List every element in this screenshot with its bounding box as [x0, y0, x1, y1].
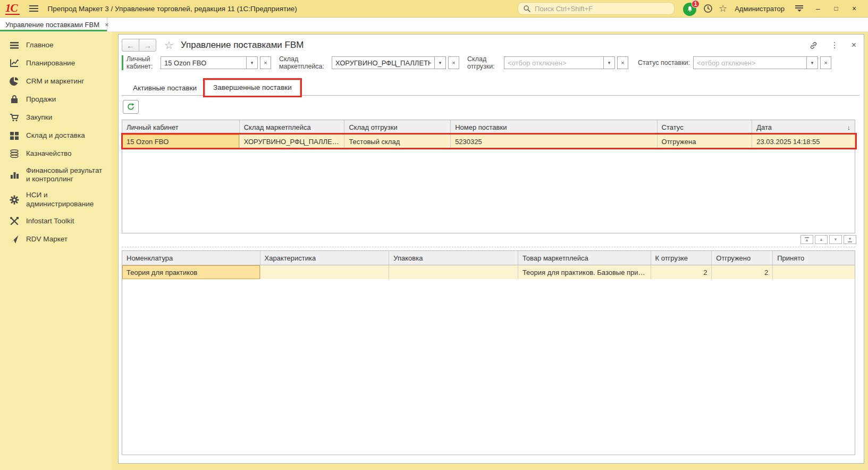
forward-button[interactable]: →: [139, 39, 156, 52]
cell-status[interactable]: Отгружена: [658, 135, 753, 148]
column-header[interactable]: Отгружено: [712, 251, 773, 265]
cell-to-ship[interactable]: 2: [651, 265, 712, 279]
more-menu-icon[interactable]: ⋮: [831, 40, 839, 50]
tab-active-supplies[interactable]: Активные поставки: [125, 81, 205, 95]
tools-icon: [9, 216, 20, 226]
go-first-row-button[interactable]: ▲: [800, 235, 813, 244]
cell-marketplace-warehouse[interactable]: ХОРУГВИНО_РФЦ_ПАЛЛЕ…: [240, 135, 345, 148]
service-menu-icon[interactable]: [795, 5, 803, 12]
window-close-button[interactable]: ×: [848, 4, 861, 13]
column-header[interactable]: Принято: [773, 251, 855, 265]
cell-shipping-warehouse[interactable]: Тестовый склад: [344, 135, 451, 148]
personal-account-filter: ▾: [161, 56, 258, 69]
window-maximize-button[interactable]: □: [830, 5, 842, 12]
sidebar-item-warehouse-delivery[interactable]: Склад и доставка: [0, 127, 112, 145]
sidebar-item-label: Казначейство: [26, 149, 72, 158]
cell-supply-number[interactable]: 5230325: [451, 135, 657, 148]
tables-splitter[interactable]: [122, 247, 855, 247]
supplies-table-header: Личный кабинет Склад маркетплейса Склад …: [122, 120, 855, 135]
cell-date[interactable]: 23.03.2025 14:18:55: [752, 135, 855, 148]
sidebar-item-infostart-toolkit[interactable]: Infostart Toolkit: [0, 212, 112, 230]
notifications-button[interactable]: 1: [683, 2, 697, 16]
row-navigation-buttons: ▲ ▲ ▼ ▼: [800, 235, 856, 244]
column-header[interactable]: Упаковка: [389, 251, 518, 265]
cell-marketplace-product[interactable]: Теория для практиков. Базовые при…: [518, 265, 651, 279]
fbm-supply-form: ← → ☆ Управление поставками FBM ⋮ × Личн…: [118, 34, 864, 464]
favorites-star-icon[interactable]: ☆: [719, 3, 727, 14]
cell-personal-account[interactable]: 15 Ozon FBO: [122, 135, 240, 148]
personal-account-filter-input[interactable]: [161, 57, 246, 69]
marketplace-warehouse-clear-button[interactable]: ×: [448, 56, 459, 69]
chevron-down-icon[interactable]: ▾: [603, 57, 614, 69]
column-header[interactable]: Склад маркетплейса: [240, 120, 345, 134]
tab-close-icon[interactable]: ×: [105, 21, 109, 29]
favorite-star-icon[interactable]: ☆: [164, 39, 174, 52]
supply-status-filter-input[interactable]: [694, 57, 806, 69]
shipping-warehouse-filter: ▾: [504, 56, 615, 69]
gear-icon: [9, 195, 20, 205]
sidebar-item-purchases[interactable]: Закупки: [0, 108, 112, 127]
column-header[interactable]: Номенклатура: [122, 251, 260, 265]
supply-status-filter: ▾: [693, 56, 818, 69]
link-icon[interactable]: [809, 41, 818, 50]
shipping-warehouse-filter-label: Склад отгрузки:: [467, 55, 501, 71]
chevron-down-icon[interactable]: ▾: [434, 57, 445, 69]
sidebar-item-financial-result[interactable]: Финансовый результат и контроллинг: [0, 163, 112, 187]
main-area: ← → ☆ Управление поставками FBM ⋮ × Личн…: [112, 32, 868, 470]
column-header[interactable]: Склад отгрузки: [344, 120, 451, 134]
sidebar-item-nsi-administration[interactable]: НСИ и администрирование: [0, 187, 112, 212]
cell-packaging[interactable]: [389, 265, 518, 279]
supplies-table: Личный кабинет Склад маркетплейса Склад …: [122, 120, 855, 233]
global-search[interactable]: [518, 2, 675, 15]
filters-row: Личный кабинет: ▾ × Склад маркетплейса: …: [122, 55, 859, 71]
column-header[interactable]: К отгрузке: [651, 251, 712, 265]
personal-account-clear-button[interactable]: ×: [260, 56, 271, 69]
user-name[interactable]: Администратор: [735, 5, 785, 13]
refresh-button[interactable]: [123, 100, 139, 114]
sidebar-item-label: Планирование: [26, 59, 75, 68]
go-last-row-button[interactable]: ▼: [844, 235, 856, 244]
go-next-row-button[interactable]: ▼: [829, 235, 842, 244]
marketplace-warehouse-filter-input[interactable]: [332, 57, 434, 69]
1c-logo: 1С: [5, 3, 20, 15]
cell-nomenclature[interactable]: Теория для практиков: [122, 265, 260, 279]
personal-account-filter-label: Личный кабинет:: [127, 55, 157, 71]
column-header[interactable]: Статус: [658, 120, 753, 134]
cell-shipped[interactable]: 2: [712, 265, 773, 279]
sidebar-item-planning[interactable]: Планирование: [0, 54, 112, 72]
coins-icon: [9, 148, 20, 159]
hamburger-menu-icon[interactable]: [29, 5, 38, 12]
search-input[interactable]: [535, 5, 669, 13]
history-icon[interactable]: [703, 3, 713, 14]
column-header[interactable]: Характеристика: [260, 251, 390, 265]
sidebar-item-sales[interactable]: Продажи: [0, 90, 112, 108]
chevron-down-icon[interactable]: ▾: [246, 57, 257, 69]
back-button[interactable]: ←: [122, 39, 139, 52]
window-minimize-button[interactable]: –: [812, 4, 824, 13]
cell-characteristic[interactable]: [260, 265, 390, 279]
shipping-warehouse-filter-input[interactable]: [504, 57, 603, 69]
titlebar: 1С Препрод Маркет 3 / Управление торговл…: [0, 0, 868, 18]
column-header[interactable]: Личный кабинет: [122, 120, 240, 134]
column-header[interactable]: Номер поставки: [451, 120, 657, 134]
cell-accepted[interactable]: [773, 265, 855, 279]
form-close-icon[interactable]: ×: [852, 40, 856, 50]
sections-sidebar: Главное Планирование CRM и маркетинг Про…: [0, 32, 112, 470]
app-title: Препрод Маркет 3 / Управление торговлей,…: [48, 5, 297, 13]
sidebar-item-rdv-market[interactable]: RDV Маркет: [0, 230, 112, 248]
column-header-sorted[interactable]: Дата ↓: [752, 120, 855, 134]
shipping-warehouse-clear-button[interactable]: ×: [617, 56, 628, 69]
sidebar-item-label: CRM и маркетинг: [26, 77, 84, 86]
chevron-down-icon[interactable]: ▾: [806, 57, 818, 69]
sidebar-item-treasury[interactable]: Казначейство: [0, 145, 112, 163]
tab-fbm-supply-management[interactable]: Управление поставками FBM ×: [0, 18, 107, 31]
sidebar-item-crm-marketing[interactable]: CRM и маркетинг: [0, 72, 112, 90]
tab-completed-supplies[interactable]: Завершенные поставки: [205, 80, 300, 96]
go-previous-row-button[interactable]: ▲: [815, 235, 828, 244]
sort-descending-icon: ↓: [847, 123, 851, 131]
table-row-selected[interactable]: 15 Ozon FBO ХОРУГВИНО_РФЦ_ПАЛЛЕ… Тестовы…: [122, 135, 855, 148]
sidebar-item-main[interactable]: Главное: [0, 36, 112, 54]
column-header[interactable]: Товар маркетплейса: [518, 251, 651, 265]
supply-status-clear-button[interactable]: ×: [820, 56, 831, 69]
table-row-selected[interactable]: Теория для практиков Теория для практико…: [122, 265, 855, 279]
